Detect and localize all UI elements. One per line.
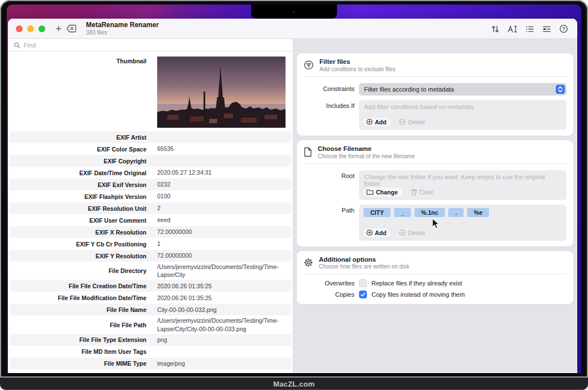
camera-notch: [251, 5, 337, 19]
additional-options-card: Additional options Choose how files are …: [297, 251, 573, 305]
add-files-button[interactable]: +: [55, 23, 62, 34]
divider: [302, 76, 568, 77]
clear-label: Clear: [420, 189, 434, 196]
path-token[interactable]: .: [448, 208, 464, 217]
root-folder-box[interactable]: Change the root folder if you want. Keep…: [359, 170, 567, 200]
metadata-key: File File Name: [10, 306, 146, 313]
zoom-window-button[interactable]: [38, 25, 45, 32]
metadata-table: Thumbnail: [8, 51, 293, 372]
minimize-window-button[interactable]: [27, 25, 34, 32]
thumbnail-label: Thumbnail: [10, 57, 146, 64]
path-token-list: CITY_%.1nc.%e: [359, 205, 567, 217]
sort-button[interactable]: [491, 25, 500, 33]
divider: [302, 163, 568, 164]
metadata-row[interactable]: File Directory/Users/jeremyvizzini/Docum…: [10, 262, 291, 280]
list-view-button[interactable]: [525, 25, 534, 33]
metadata-row[interactable]: EXIF Flashpix Version0100: [10, 190, 291, 202]
metadata-row[interactable]: File File NameCity-00-00-00-033.png: [10, 304, 291, 315]
document-icon: [304, 147, 312, 157]
metadata-key: EXIF Date/Time Original: [10, 170, 146, 176]
help-icon: ?: [559, 24, 568, 33]
metadata-key: EXIF Y Cb Cr Positioning: [10, 241, 146, 248]
dropdown-stepper-icon: [556, 85, 565, 94]
filter-icon: [304, 60, 314, 70]
card-title: Choose Filename: [318, 145, 415, 153]
change-root-button[interactable]: Change: [363, 188, 403, 197]
metadata-row[interactable]: File MD Item User Tags: [10, 346, 291, 358]
metadata-value: 2020:05:27 12:34:31: [157, 168, 287, 176]
overwrites-label: Overwrites: [297, 280, 354, 287]
metadata-value: 0232: [157, 180, 287, 188]
metadata-row[interactable]: EXIF Color Space65535: [10, 143, 291, 155]
delete-condition-button[interactable]: Delete: [397, 118, 427, 127]
metadata-row[interactable]: EXIF Copyright: [10, 155, 291, 167]
backspace-icon: [66, 24, 77, 33]
metadata-key: EXIF Y Resolution: [10, 253, 146, 259]
metadata-row[interactable]: File MIME Typeimage/png: [10, 358, 291, 370]
metadata-row[interactable]: EXIF Artist: [10, 131, 291, 143]
metadata-row[interactable]: EXIF Y Resolution72.00000000: [10, 250, 291, 262]
minus-circle-icon: [399, 229, 405, 236]
desktop-wallpaper: + MetaRename Renamer 383 files: [7, 5, 581, 373]
path-token[interactable]: %e: [467, 208, 489, 217]
search-field[interactable]: Find: [8, 39, 293, 51]
laptop-chin: MacZL.com: [0, 378, 588, 390]
list-icon: [525, 25, 534, 33]
metadata-row[interactable]: File File Type Extensionpng: [10, 334, 291, 346]
group-view-button[interactable]: [542, 25, 551, 33]
clear-list-button[interactable]: [66, 24, 77, 33]
path-format-box[interactable]: CITY_%.1nc.%e Add Delete: [359, 205, 567, 241]
folder-icon: [366, 189, 374, 195]
metadata-row[interactable]: EXIF Date/Time Original2020:05:27 12:34:…: [10, 167, 291, 179]
metadata-row[interactable]: EXIF Exif Version0232: [10, 179, 291, 190]
metadata-value: 1: [157, 240, 287, 248]
macbook-mockup: + MetaRename Renamer 383 files: [0, 0, 588, 390]
overwrites-checkbox[interactable]: [359, 279, 367, 287]
metadata-value: 2020:06:26 01:35:25: [157, 294, 287, 302]
path-token[interactable]: %.1nc: [414, 208, 445, 217]
minus-circle-icon: [399, 119, 405, 125]
metadata-key: File File Path: [10, 322, 146, 328]
metadata-row[interactable]: EXIF Resolution Unit2: [10, 202, 291, 214]
close-window-button[interactable]: [16, 25, 23, 32]
copies-text: Copy files instead of moving them: [371, 291, 465, 298]
add-path-component-button[interactable]: Add: [363, 228, 391, 237]
metadata-row[interactable]: File File Creation Date/Time2020:06:26 0…: [10, 280, 291, 292]
constraints-dropdown[interactable]: Filter files according to metadata: [359, 83, 567, 96]
clear-root-button[interactable]: Clear: [409, 188, 436, 197]
rename-text-icon: [508, 25, 517, 33]
metadata-value: png: [157, 336, 287, 344]
root-placeholder: Change the root folder if you want. Keep…: [359, 170, 567, 187]
root-label: Root: [297, 170, 354, 179]
metadata-key: EXIF Color Space: [10, 146, 146, 153]
thumbnail-row: Thumbnail: [10, 53, 291, 131]
copies-label: Copies: [297, 291, 354, 298]
metadata-row[interactable]: EXIF User Commenteeed: [10, 214, 291, 226]
metadata-key: File Directory: [10, 267, 146, 274]
metadata-key: File File Modification Date/Time: [10, 294, 146, 301]
filter-conditions-box[interactable]: Add filter conditions based on metadata.…: [359, 100, 567, 130]
thumbnail-image: [157, 57, 286, 128]
add-label: Add: [375, 229, 386, 236]
help-button[interactable]: ?: [559, 24, 568, 33]
delete-label: Delete: [408, 229, 425, 236]
add-condition-button[interactable]: Add: [363, 118, 391, 127]
plus-icon: +: [55, 23, 62, 34]
rename-button[interactable]: [508, 25, 517, 33]
metadata-row[interactable]: File File Modification Date/Time2020:06:…: [10, 292, 291, 304]
path-token[interactable]: CITY: [364, 208, 391, 217]
metadata-row[interactable]: EXIF X Resolution72.00000000: [10, 226, 291, 238]
path-token[interactable]: _: [394, 208, 411, 217]
metadata-row[interactable]: EXIF Y Cb Cr Positioning1: [10, 238, 291, 250]
metadata-key: EXIF Exif Version: [10, 181, 146, 188]
window-title: MetaRename Renamer: [86, 21, 159, 29]
metadata-row[interactable]: File File Path/Users/jeremyvizzini/Docum…: [10, 315, 291, 333]
app-window: + MetaRename Renamer 383 files: [8, 19, 577, 373]
metadata-value: image/png: [157, 359, 287, 367]
delete-path-component-button[interactable]: Delete: [397, 228, 427, 237]
copies-checkbox[interactable]: [359, 291, 367, 298]
metadata-key: EXIF Artist: [10, 134, 146, 141]
includes-if-label: Includes If: [297, 100, 354, 109]
metadata-value: /Users/jeremyvizzini/Documents/Testing/T…: [157, 317, 287, 332]
svg-text:?: ?: [562, 26, 565, 32]
